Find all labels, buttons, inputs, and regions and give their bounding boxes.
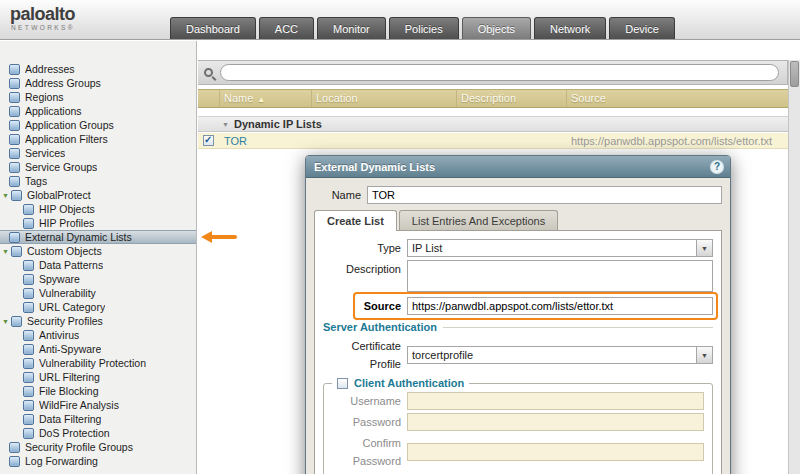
sidebar-item-service-groups[interactable]: Service Groups (0, 160, 196, 174)
row-checkbox[interactable] (203, 135, 214, 146)
expander-icon[interactable]: ▼ (2, 248, 11, 255)
sidebar-item-label: Antivirus (39, 329, 79, 341)
data-patterns-icon (23, 260, 34, 271)
sidebar-item-log-forwarding[interactable]: Log Forwarding (0, 454, 196, 468)
server-authentication-section: Server Authentication (323, 320, 713, 334)
certificate-profile-dropdown[interactable]: torcertprofile ▼ (407, 346, 713, 364)
sidebar-item-data-filtering[interactable]: Data Filtering (0, 412, 196, 426)
client-auth-checkbox[interactable] (337, 378, 348, 389)
service-groups-icon (9, 162, 20, 173)
sidebar-item-label: Data Filtering (39, 413, 101, 425)
table-row-tor[interactable]: TOR https://panwdbl.appspot.com/lists/et… (198, 133, 788, 149)
sidebar-item-url-filtering[interactable]: URL Filtering (0, 370, 196, 384)
tab-list-entries-and-exceptions[interactable]: List Entries And Exceptions (399, 210, 558, 230)
sidebar-item-label: Vulnerability Protection (39, 357, 146, 369)
column-location[interactable]: Location (312, 90, 457, 107)
sidebar-item-spyware[interactable]: Spyware (0, 272, 196, 286)
tab-device[interactable]: Device (609, 17, 675, 39)
sidebar-item-data-patterns[interactable]: Data Patterns (0, 258, 196, 272)
globalprotect-icon (11, 190, 22, 201)
sidebar-item-file-blocking[interactable]: File Blocking (0, 384, 196, 398)
sidebar-item-wildfire-analysis[interactable]: WildFire Analysis (0, 398, 196, 412)
hip-profiles-icon (23, 218, 34, 229)
source-label: Source (323, 297, 407, 315)
tab-create-list[interactable]: Create List (314, 210, 397, 231)
tab-acc[interactable]: ACC (259, 17, 314, 39)
dropdown-arrow-icon[interactable]: ▼ (696, 346, 713, 364)
column-source[interactable]: Source (567, 90, 788, 107)
sidebar-item-antivirus[interactable]: Antivirus (0, 328, 196, 342)
description-textarea[interactable] (407, 260, 713, 292)
collapse-group-icon[interactable]: ▼ (222, 121, 229, 128)
sidebar-item-regions[interactable]: Regions (0, 90, 196, 104)
application-groups-icon (9, 120, 20, 131)
sidebar-item-url-category[interactable]: URL Category (0, 300, 196, 314)
sidebar-item-security-profiles[interactable]: ▼Security Profiles (0, 314, 196, 328)
sidebar-item-addresses[interactable]: Addresses (0, 62, 196, 76)
sidebar-item-label: Security Profiles (27, 315, 103, 327)
password-input (407, 413, 704, 431)
row-name-link[interactable]: TOR (220, 135, 312, 147)
section-divider (443, 327, 713, 328)
search-input[interactable] (220, 64, 779, 81)
scrollbar-thumb[interactable] (790, 61, 799, 87)
tab-policies[interactable]: Policies (389, 17, 459, 39)
group-label: Dynamic IP Lists (234, 118, 322, 130)
create-list-panel: Type IP List ▼ Description Source (314, 230, 722, 474)
sidebar-item-custom-objects[interactable]: ▼Custom Objects (0, 244, 196, 258)
address-groups-icon (9, 78, 20, 89)
sidebar-item-services[interactable]: Services (0, 146, 196, 160)
sidebar-item-label: Custom Objects (27, 245, 102, 257)
sidebar-tree: AddressesAddress GroupsRegionsApplicatio… (0, 41, 196, 468)
sidebar-item-label: Security Profile Groups (25, 441, 133, 453)
help-icon[interactable]: ? (710, 160, 724, 174)
sidebar: AddressesAddress GroupsRegionsApplicatio… (0, 41, 197, 474)
group-row-dynamic-ip-lists[interactable]: ▼ Dynamic IP Lists (198, 116, 788, 132)
tab-objects[interactable]: Objects (462, 17, 531, 39)
sidebar-item-label: Address Groups (25, 77, 101, 89)
antivirus-icon (23, 330, 34, 341)
sidebar-item-globalprotect[interactable]: ▼GlobalProtect (0, 188, 196, 202)
sidebar-item-security-profile-groups[interactable]: Security Profile Groups (0, 440, 196, 454)
sidebar-item-label: File Blocking (39, 385, 99, 397)
logo-subtext: NETWORKS® (10, 25, 75, 32)
column-name[interactable]: Name▲ (220, 90, 312, 107)
security-profiles-icon (11, 316, 22, 327)
tab-network[interactable]: Network (534, 17, 606, 39)
dropdown-arrow-icon[interactable]: ▼ (696, 239, 713, 257)
vulnerability-protection-icon (23, 358, 34, 369)
name-input[interactable] (367, 186, 722, 204)
tab-dashboard[interactable]: Dashboard (170, 17, 256, 39)
username-label: Username (332, 392, 407, 410)
sidebar-item-application-groups[interactable]: Application Groups (0, 118, 196, 132)
sidebar-item-anti-spyware[interactable]: Anti-Spyware (0, 342, 196, 356)
sidebar-item-applications[interactable]: Applications (0, 104, 196, 118)
sidebar-item-application-filters[interactable]: Application Filters (0, 132, 196, 146)
select-all-column[interactable] (198, 90, 220, 107)
sidebar-item-hip-objects[interactable]: HIP Objects (0, 202, 196, 216)
annotation-arrow-line (210, 235, 237, 239)
external-dynamic-lists-icon (9, 232, 20, 243)
vertical-scrollbar[interactable] (788, 60, 800, 474)
sidebar-item-external-dynamic-lists[interactable]: External Dynamic Lists (0, 230, 196, 244)
sidebar-item-label: Vulnerability (39, 287, 96, 299)
type-value: IP List (407, 239, 696, 257)
sidebar-item-tags[interactable]: Tags (0, 174, 196, 188)
sidebar-item-label: Data Patterns (39, 259, 103, 271)
security-profile-groups-icon (9, 442, 20, 453)
sidebar-item-vulnerability[interactable]: Vulnerability (0, 286, 196, 300)
source-input[interactable] (407, 297, 713, 315)
column-description[interactable]: Description (457, 90, 567, 107)
tab-monitor[interactable]: Monitor (317, 17, 386, 39)
dialog-tabs: Create List List Entries And Exceptions (314, 210, 722, 230)
tags-icon (9, 176, 20, 187)
expander-icon[interactable]: ▼ (2, 192, 11, 199)
services-icon (9, 148, 20, 159)
sidebar-item-label: DoS Protection (39, 427, 110, 439)
sidebar-item-vulnerability-protection[interactable]: Vulnerability Protection (0, 356, 196, 370)
type-dropdown[interactable]: IP List ▼ (407, 239, 713, 257)
sidebar-item-dos-protection[interactable]: DoS Protection (0, 426, 196, 440)
expander-icon[interactable]: ▼ (2, 318, 11, 325)
sidebar-item-hip-profiles[interactable]: HIP Profiles (0, 216, 196, 230)
sidebar-item-address-groups[interactable]: Address Groups (0, 76, 196, 90)
